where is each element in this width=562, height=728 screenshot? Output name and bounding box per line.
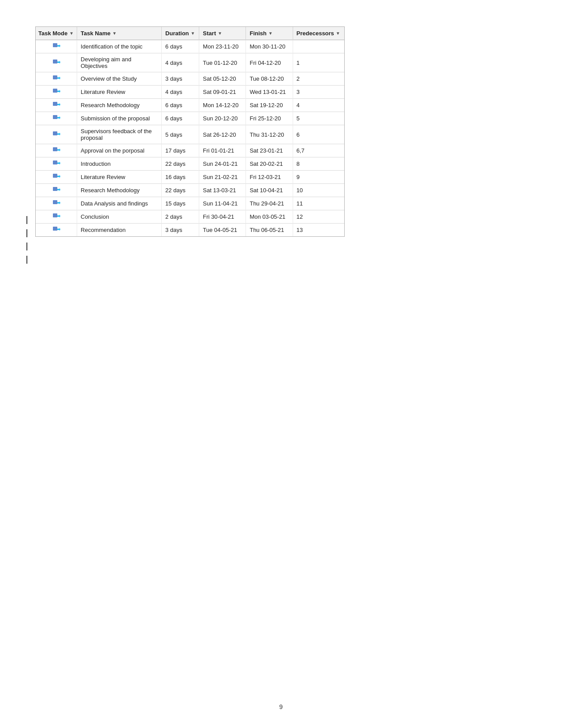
start-cell: Fri 01-01-21 <box>199 144 246 157</box>
sort-arrow-task-name: ▼ <box>112 31 117 36</box>
svg-rect-6 <box>53 89 57 93</box>
predecessors-cell: 3 <box>293 86 344 99</box>
svg-rect-8 <box>53 102 57 106</box>
sort-arrow-finish: ▼ <box>268 31 273 36</box>
duration-cell: 16 days <box>162 171 199 184</box>
start-cell: Mon 23-11-20 <box>199 40 246 53</box>
finish-cell: Mon 30-11-20 <box>246 40 293 53</box>
finish-cell: Fri 12-03-21 <box>246 171 293 184</box>
finish-cell: Sat 20-02-21 <box>246 157 293 171</box>
task-mode-icon <box>52 146 60 154</box>
table-row: Literature Review4 daysSat 09-01-21Wed 1… <box>36 86 344 99</box>
predecessors-cell <box>293 40 344 53</box>
svg-marker-19 <box>57 175 60 178</box>
col-header-start[interactable]: Start ▼ <box>199 27 246 40</box>
task-mode-icon <box>52 87 60 95</box>
col-header-task-name[interactable]: Task Name ▼ <box>77 27 162 40</box>
svg-marker-27 <box>57 228 60 231</box>
svg-rect-18 <box>53 174 57 178</box>
svg-marker-25 <box>57 215 60 218</box>
predecessors-cell: 12 <box>293 210 344 224</box>
start-cell: Sun 21-02-21 <box>199 171 246 184</box>
task-name-cell: Supervisors feedback of the proposal <box>77 125 162 144</box>
task-mode-cell <box>36 197 77 210</box>
task-mode-cell <box>36 99 77 112</box>
task-name-cell: Developing aim and Objectives <box>77 53 162 72</box>
predecessors-cell: 8 <box>293 157 344 171</box>
duration-cell: 4 days <box>162 53 199 72</box>
task-mode-cell <box>36 112 77 125</box>
table-row: Recommendation3 daysTue 04-05-21Thu 06-0… <box>36 224 344 237</box>
sort-arrow-duration: ▼ <box>191 31 195 36</box>
table-row: Submission of the proposal6 daysSun 20-1… <box>36 112 344 125</box>
task-name-cell: Overview of the Study <box>77 72 162 86</box>
task-mode-icon <box>52 58 60 66</box>
col-header-finish[interactable]: Finish ▼ <box>246 27 293 40</box>
task-name-cell: Literature Review <box>77 86 162 99</box>
svg-marker-17 <box>57 162 60 165</box>
col-header-duration[interactable]: Duration ▼ <box>162 27 199 40</box>
duration-cell: 22 days <box>162 157 199 171</box>
start-cell: Tue 01-12-20 <box>199 53 246 72</box>
predecessors-cell: 13 <box>293 224 344 237</box>
duration-cell: 6 days <box>162 40 199 53</box>
task-mode-cell <box>36 171 77 184</box>
table-row: Literature Review16 daysSun 21-02-21Fri … <box>36 171 344 184</box>
svg-marker-3 <box>57 60 60 63</box>
task-name-cell: Literature Review <box>77 171 162 184</box>
task-mode-cell <box>36 40 77 53</box>
task-mode-icon <box>52 159 60 167</box>
table-row: Conclusion2 daysFri 30-04-21Mon 03-05-21… <box>36 210 344 224</box>
task-mode-icon <box>52 225 60 233</box>
page-number: 9 <box>279 703 283 710</box>
duration-cell: 2 days <box>162 210 199 224</box>
table-row: Introduction22 daysSun 24-01-21Sat 20-02… <box>36 157 344 171</box>
task-name-cell: Approval on the porposal <box>77 144 162 157</box>
start-cell: Sat 26-12-20 <box>199 125 246 144</box>
svg-rect-24 <box>53 213 57 217</box>
start-cell: Sun 24-01-21 <box>199 157 246 171</box>
col-header-task-mode[interactable]: Task Mode ▼ <box>36 27 77 40</box>
table-row: Developing aim and Objectives4 daysTue 0… <box>36 53 344 72</box>
svg-rect-22 <box>53 200 57 204</box>
task-name-cell: Research Methodology <box>77 184 162 197</box>
predecessors-cell: 9 <box>293 171 344 184</box>
col-header-predecessors[interactable]: Predecessors ▼ <box>293 27 344 40</box>
table-row: Research Methodology6 daysMon 14-12-20Sa… <box>36 99 344 112</box>
duration-cell: 15 days <box>162 197 199 210</box>
task-mode-cell <box>36 72 77 86</box>
finish-cell: Sat 23-01-21 <box>246 144 293 157</box>
svg-rect-10 <box>53 115 57 119</box>
finish-cell: Sat 19-12-20 <box>246 99 293 112</box>
table-row: Overview of the Study3 daysSat 05-12-20T… <box>36 72 344 86</box>
task-mode-icon <box>52 114 60 122</box>
duration-cell: 5 days <box>162 125 199 144</box>
finish-cell: Fri 25-12-20 <box>246 112 293 125</box>
task-mode-icon <box>52 130 60 138</box>
duration-cell: 3 days <box>162 72 199 86</box>
task-mode-cell <box>36 224 77 237</box>
task-name-cell: Data Analysis and findings <box>77 197 162 210</box>
svg-rect-20 <box>53 187 57 191</box>
task-mode-icon <box>52 199 60 207</box>
svg-marker-1 <box>57 45 60 48</box>
table-row: Research Methodology22 daysSat 13-03-21S… <box>36 184 344 197</box>
task-mode-cell <box>36 144 77 157</box>
finish-cell: Wed 13-01-21 <box>246 86 293 99</box>
task-name-cell: Identification of the topic <box>77 40 162 53</box>
start-cell: Sat 05-12-20 <box>199 72 246 86</box>
task-name-cell: Conclusion <box>77 210 162 224</box>
task-mode-icon <box>52 212 60 220</box>
task-mode-icon <box>52 74 60 82</box>
start-cell: Sat 09-01-21 <box>199 86 246 99</box>
finish-cell: Mon 03-05-21 <box>246 210 293 224</box>
svg-rect-12 <box>53 131 57 135</box>
table-row: Identification of the topic6 daysMon 23-… <box>36 40 344 53</box>
predecessors-cell: 11 <box>293 197 344 210</box>
svg-marker-23 <box>57 202 60 205</box>
task-mode-icon <box>52 42 60 50</box>
finish-cell: Thu 31-12-20 <box>246 125 293 144</box>
start-cell: Mon 14-12-20 <box>199 99 246 112</box>
predecessors-cell: 1 <box>293 53 344 72</box>
svg-marker-21 <box>57 188 60 191</box>
